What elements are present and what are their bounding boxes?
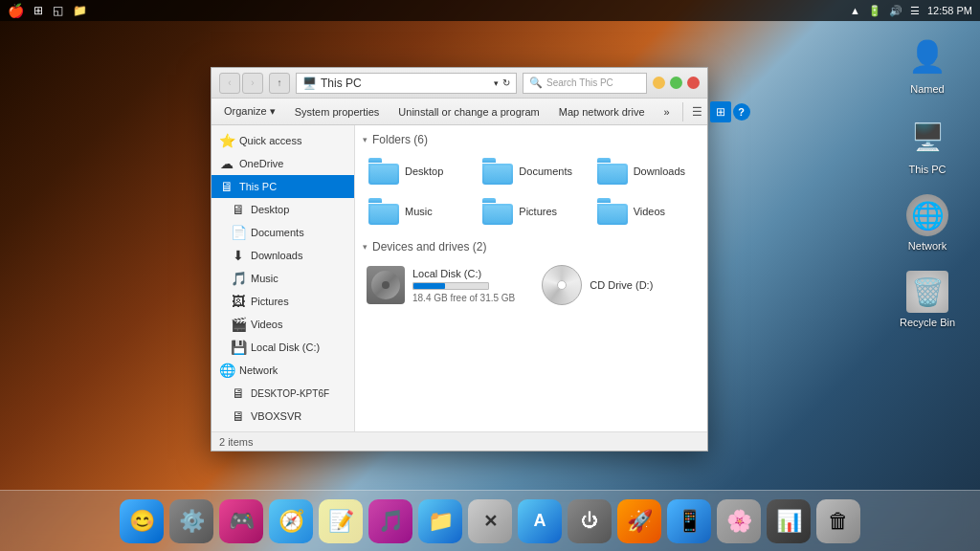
sidebar-local-disk-icon: 💾 bbox=[231, 340, 246, 355]
system-properties-button[interactable]: System properties bbox=[286, 101, 389, 122]
address-text: This PC bbox=[321, 77, 362, 90]
folders-section-header[interactable]: ▾ Folders (6) bbox=[363, 133, 700, 146]
sidebar-videos-label: Videos bbox=[251, 319, 282, 330]
dock-item-safari[interactable]: 🧭 bbox=[269, 499, 313, 543]
drive-d-label: CD Drive (D:) bbox=[590, 279, 653, 291]
search-bar[interactable]: 🔍 Search This PC bbox=[523, 73, 647, 94]
dock-item-monitor[interactable]: 📊 bbox=[767, 499, 811, 543]
sidebar-item-onedrive[interactable]: ☁ OneDrive bbox=[212, 152, 354, 175]
back-button[interactable]: ‹ bbox=[219, 73, 240, 94]
minimize-button[interactable] bbox=[653, 77, 665, 89]
help-button[interactable]: ? bbox=[733, 103, 750, 121]
dock-item-photos[interactable]: 🌸 bbox=[717, 499, 761, 543]
toolbar-separator bbox=[682, 102, 683, 121]
dock-item-notes[interactable]: 📝 bbox=[319, 499, 363, 543]
more-button[interactable]: » bbox=[656, 101, 679, 122]
sidebar-item-videos[interactable]: 🎬 Videos bbox=[212, 313, 354, 336]
toolbar-right: ☰ ⊞ ? bbox=[680, 101, 750, 122]
drive-c-space: 18.4 GB free of 31.5 GB bbox=[412, 293, 515, 303]
address-refresh-icon[interactable]: ↻ bbox=[502, 77, 510, 88]
desktop-icon-named[interactable]: 👤 Named bbox=[894, 33, 961, 95]
dock-item-power[interactable]: ⏻ bbox=[568, 499, 612, 543]
menu-bar-left: 🍎 ⊞ ◱ 📁 bbox=[8, 3, 87, 18]
sidebar-downloads-icon: ⬇ bbox=[231, 248, 246, 263]
folder-item-pictures[interactable]: Pictures bbox=[477, 194, 585, 229]
folder-item-music[interactable]: Music bbox=[363, 194, 471, 229]
window-controls bbox=[653, 77, 700, 89]
drives-section-header[interactable]: ▾ Devices and drives (2) bbox=[363, 240, 700, 253]
maximize-button[interactable] bbox=[670, 77, 682, 89]
desktop-icon-network[interactable]: 🌐 Network bbox=[894, 194, 961, 252]
onedrive-label: OneDrive bbox=[239, 158, 283, 169]
desktop-icon-recycle-bin[interactable]: 🗑️ Recycle Bin bbox=[894, 271, 961, 328]
sidebar-desktop-label: Desktop bbox=[251, 204, 289, 215]
dock-item-x[interactable]: ✕ bbox=[468, 499, 512, 543]
cd-icon bbox=[542, 265, 582, 305]
hdd-platter bbox=[371, 271, 400, 299]
sidebar-network-label: Network bbox=[239, 364, 278, 376]
sidebar-pictures-label: Pictures bbox=[251, 296, 289, 307]
dock-item-itunes[interactable]: 🎵 bbox=[368, 499, 412, 543]
network-icon: 🌐 bbox=[906, 194, 948, 236]
sidebar-item-this-pc[interactable]: 🖥 This PC bbox=[212, 175, 354, 198]
map-network-button[interactable]: Map network drive bbox=[550, 101, 654, 122]
desktop-icons: 👤 Named 🖥️ This PC 🌐 Network 🗑️ Recycle … bbox=[894, 33, 961, 328]
dock-item-gamecenter[interactable]: 🎮 bbox=[219, 499, 263, 543]
status-text: 2 items bbox=[219, 436, 253, 448]
drive-c-label: Local Disk (C:) bbox=[412, 268, 515, 279]
dock-item-trash[interactable]: 🗑 bbox=[816, 499, 860, 543]
toolbar: Organize ▾ System properties Uninstall o… bbox=[212, 99, 707, 125]
up-button[interactable]: ↑ bbox=[269, 73, 290, 94]
nav-buttons: ‹ › bbox=[219, 73, 263, 94]
forward-button[interactable]: › bbox=[242, 73, 263, 94]
close-button[interactable] bbox=[687, 77, 700, 89]
sidebar-item-desktop-kpt6f[interactable]: 🖥 DESKTOP-KPT6F bbox=[212, 382, 354, 405]
address-icon: 🖥️ bbox=[302, 77, 317, 90]
folder-item-desktop[interactable]: Desktop bbox=[363, 154, 471, 188]
folder-item-documents[interactable]: Documents bbox=[477, 154, 585, 188]
view-details-button[interactable]: ⊞ bbox=[710, 101, 731, 122]
drives-grid: Local Disk (C:) 18.4 GB free of 31.5 GB bbox=[363, 261, 700, 309]
sidebar-item-pictures[interactable]: 🖼 Pictures bbox=[212, 290, 354, 313]
folders-section-label: Folders (6) bbox=[372, 133, 428, 146]
folders-grid: Desktop Documents bbox=[363, 154, 700, 229]
drive-c-bar bbox=[413, 283, 445, 289]
dock-item-preferences[interactable]: ⚙️ bbox=[169, 499, 213, 543]
drive-c-bar-container bbox=[412, 282, 489, 290]
onedrive-icon: ☁ bbox=[219, 156, 234, 171]
sidebar-item-documents[interactable]: 📄 Documents bbox=[212, 221, 354, 244]
sidebar-videos-icon: 🎬 bbox=[231, 317, 246, 332]
named-icon: 👤 bbox=[904, 33, 950, 79]
folders-arrow-icon: ▾ bbox=[363, 135, 368, 144]
explorer-window: ‹ › ↑ 🖥️ This PC ▾ ↻ 🔍 Search This PC Or… bbox=[211, 67, 708, 452]
menu-bar-icon2: ◱ bbox=[53, 4, 63, 17]
sidebar-item-vboxsvr[interactable]: 🖥 VBOXSVR bbox=[212, 405, 354, 428]
folder-documents-icon bbox=[482, 158, 513, 185]
dock-item-appstore[interactable]: A bbox=[518, 499, 562, 543]
sidebar-item-desktop[interactable]: 🖥 Desktop bbox=[212, 198, 354, 221]
view-options-button[interactable]: ☰ bbox=[687, 101, 708, 122]
folder-videos-icon bbox=[597, 198, 628, 225]
sidebar-item-local-disk[interactable]: 💾 Local Disk (C:) bbox=[212, 336, 354, 359]
sidebar-item-music[interactable]: 🎵 Music bbox=[212, 267, 354, 290]
drive-item-d[interactable]: CD Drive (D:) bbox=[538, 261, 657, 309]
title-bar[interactable]: ‹ › ↑ 🖥️ This PC ▾ ↻ 🔍 Search This PC bbox=[212, 68, 707, 99]
uninstall-button[interactable]: Uninstall or change a program bbox=[390, 101, 547, 122]
desktop-icon-this-pc[interactable]: 🖥️ This PC bbox=[894, 114, 961, 175]
drive-item-c[interactable]: Local Disk (C:) 18.4 GB free of 31.5 GB bbox=[363, 262, 519, 308]
sidebar: ⭐ Quick access ☁ OneDrive 🖥 This PC 🖥 De… bbox=[212, 125, 355, 431]
dock-item-launchpad[interactable]: 🚀 bbox=[617, 499, 661, 543]
organize-button[interactable]: Organize ▾ bbox=[215, 101, 284, 122]
dock-item-app2[interactable]: 📱 bbox=[667, 499, 711, 543]
drive-c-icon-row: Local Disk (C:) 18.4 GB free of 31.5 GB bbox=[367, 266, 515, 304]
folder-item-downloads[interactable]: Downloads bbox=[591, 154, 700, 188]
address-bar[interactable]: 🖥️ This PC ▾ ↻ bbox=[296, 73, 517, 94]
folder-music-label: Music bbox=[405, 206, 433, 217]
dock-item-finder[interactable]: 😊 bbox=[120, 499, 164, 543]
sidebar-item-quick-access[interactable]: ⭐ Quick access bbox=[212, 129, 354, 152]
sidebar-item-network[interactable]: 🌐 Network bbox=[212, 359, 354, 382]
sidebar-item-downloads[interactable]: ⬇ Downloads bbox=[212, 244, 354, 267]
dock-item-files[interactable]: 📁 bbox=[418, 499, 462, 543]
folder-item-videos[interactable]: Videos bbox=[591, 194, 700, 229]
this-pc-icon: 🖥️ bbox=[904, 114, 950, 160]
